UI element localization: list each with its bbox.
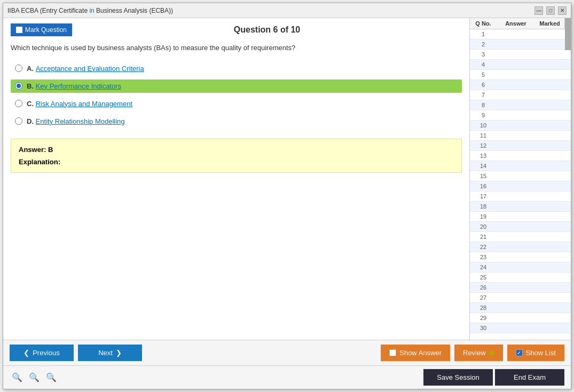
sidebar-qno-27: 27 [470,293,497,302]
sidebar-qno-8: 8 [470,100,497,110]
sidebar-header-answer: Answer [497,18,535,29]
show-list-button[interactable]: ✓ Show List [507,345,564,361]
sidebar-row-22[interactable]: 22 [470,242,571,252]
sidebar-qno-26: 26 [470,283,497,292]
sidebar-row-25[interactable]: 25 [470,273,571,283]
option-b[interactable]: B. Key Performance Indicators [11,79,462,93]
sidebar-row-16[interactable]: 16 [470,181,571,191]
sidebar-row-21[interactable]: 21 [470,232,571,242]
sidebar-marked-20 [541,222,571,231]
zoom-in-button[interactable]: 🔍 [10,371,25,383]
sidebar-row-5[interactable]: 5 [470,70,571,80]
sidebar-row-20[interactable]: 20 [470,222,571,232]
sidebar-marked-16 [541,181,571,191]
sidebar-qno-9: 9 [470,110,497,120]
review-button[interactable]: Review [454,345,503,361]
content-area: Mark Question Question 6 of 10 Which tec… [3,18,571,340]
option-b-radio[interactable] [15,82,22,90]
sidebar-marked-23 [541,252,571,262]
sidebar-row-13[interactable]: 13 [470,151,571,161]
option-c[interactable]: C. Risk Analysis and Management [11,97,462,110]
sidebar-qno-14: 14 [470,161,497,171]
sidebar-row-11[interactable]: 11 [470,131,571,141]
option-d[interactable]: D. Entity Relationship Modelling [11,115,462,128]
sidebar-marked-3 [541,50,571,59]
sidebar-row-17[interactable]: 17 [470,191,571,202]
zoom-out-button[interactable]: 🔍 [44,371,59,383]
next-button[interactable]: Next ❯ [78,345,142,361]
sidebar-row-9[interactable]: 9 [470,110,571,121]
sidebar-marked-7 [541,90,571,100]
show-answer-button[interactable]: Show Answer [381,345,450,361]
sidebar-row-3[interactable]: 3 [470,50,571,60]
previous-button[interactable]: ❮ Previous [10,345,74,361]
prev-arrow-icon: ❮ [23,349,29,357]
title-bar-controls: — □ ✕ [534,6,567,15]
sidebar-row-26[interactable]: 26 [470,283,571,293]
sidebar-row-30[interactable]: 30 [470,323,571,333]
sidebar-marked-19 [541,212,571,221]
zoom-reset-button[interactable]: 🔍 [27,371,42,383]
sidebar-row-6[interactable]: 6 [470,80,571,90]
sidebar-marked-14 [541,161,571,171]
show-answer-checkbox-icon [389,349,396,356]
sidebar-marked-21 [541,232,571,242]
sidebar-row-27[interactable]: 27 [470,293,571,303]
sidebar-marked-12 [541,141,571,150]
sidebar-row-23[interactable]: 23 [470,252,571,262]
sidebar-marked-8 [541,100,571,110]
sidebar-row-1[interactable]: 1 [470,29,571,39]
sidebar-row-14[interactable]: 14 [470,161,571,171]
question-text: Which technique is used by business anal… [11,43,462,53]
sidebar-row-19[interactable]: 19 [470,212,571,222]
sidebar-row-4[interactable]: 4 [470,60,571,70]
sidebar-row-15[interactable]: 15 [470,171,571,181]
sidebar-answer-8 [497,100,541,110]
option-c-radio[interactable] [15,100,22,107]
review-dot-icon [489,350,494,356]
sidebar-marked-11 [541,131,571,140]
mark-question-button[interactable]: Mark Question [11,23,72,36]
sidebar-answer-28 [497,303,541,313]
save-session-button[interactable]: Save Session [423,369,493,386]
previous-label: Previous [33,349,60,357]
sidebar-qno-21: 21 [470,232,497,242]
mark-question-checkbox-icon [16,27,22,33]
maximize-button[interactable]: □ [546,6,555,15]
sidebar-qno-12: 12 [470,141,497,150]
mark-question-label: Mark Question [25,26,67,34]
option-b-label: B. Key Performance Indicators [27,82,121,90]
sidebar-row-24[interactable]: 24 [470,262,571,273]
next-arrow-icon: ❯ [116,349,122,357]
close-button[interactable]: ✕ [558,6,567,15]
end-exam-button[interactable]: End Exam [495,369,564,386]
sidebar-marked-25 [541,273,571,282]
sidebar-qno-24: 24 [470,262,497,272]
answer-line: Answer: B [19,146,454,154]
sidebar-answer-1 [497,29,541,39]
sidebar-answer-21 [497,232,541,242]
sidebar-qno-28: 28 [470,303,497,313]
sidebar-row-28[interactable]: 28 [470,303,571,313]
sidebar-row-29[interactable]: 29 [470,313,571,323]
sidebar-qno-15: 15 [470,171,497,181]
sidebar-scroll[interactable]: 1 2 3 4 5 6 7 8 [470,29,571,340]
option-a-radio[interactable] [15,65,22,72]
sidebar-row-8[interactable]: 8 [470,100,571,110]
minimize-button[interactable]: — [534,6,543,15]
sidebar-row-18[interactable]: 18 [470,202,571,212]
sidebar-answer-29 [497,313,541,323]
sidebar-row-7[interactable]: 7 [470,90,571,100]
sidebar-row-10[interactable]: 10 [470,121,571,131]
option-a[interactable]: A. Acceptance and Evaluation Criteria [11,62,462,75]
answer-box: Answer: B Explanation: [11,139,462,173]
second-bar: 🔍 🔍 🔍 Save Session End Exam [3,365,571,389]
option-d-radio[interactable] [15,117,22,125]
sidebar-answer-6 [497,80,541,90]
sidebar-qno-6: 6 [470,80,497,90]
sidebar-row-12[interactable]: 12 [470,141,571,151]
end-exam-label: End Exam [514,373,546,381]
sidebar-answer-27 [497,293,541,302]
scrollbar-thumb[interactable] [565,18,571,50]
sidebar-row-2[interactable]: 2 [470,39,571,50]
